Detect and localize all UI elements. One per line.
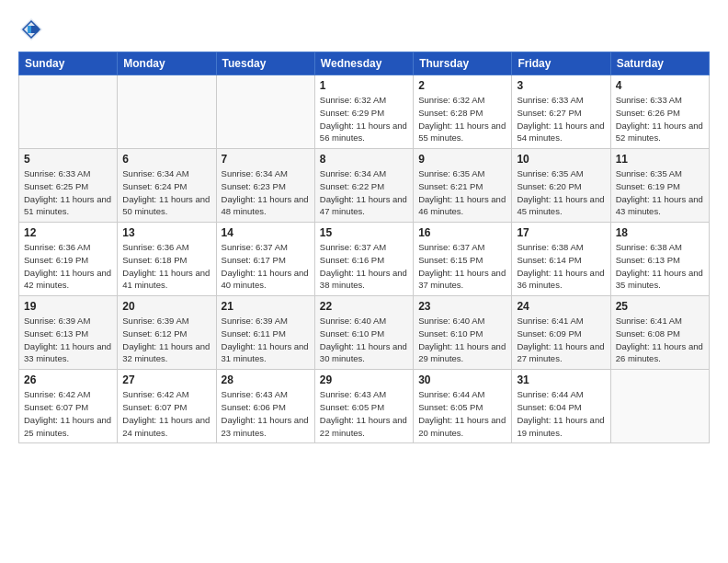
day-info: Sunrise: 6:39 AM Sunset: 6:11 PM Dayligh…	[222, 315, 310, 365]
day-number: 22	[320, 300, 408, 313]
day-number: 6	[122, 153, 210, 166]
day-number: 27	[122, 373, 210, 386]
day-number: 29	[320, 373, 408, 386]
calendar-day-22: 22Sunrise: 6:40 AM Sunset: 6:10 PM Dayli…	[314, 296, 413, 370]
calendar-day-7: 7Sunrise: 6:34 AM Sunset: 6:23 PM Daylig…	[216, 149, 314, 223]
day-number: 9	[418, 153, 506, 166]
day-info: Sunrise: 6:32 AM Sunset: 6:29 PM Dayligh…	[320, 94, 408, 144]
page: SundayMondayTuesdayWednesdayThursdayFrid…	[0, 0, 728, 563]
day-info: Sunrise: 6:39 AM Sunset: 6:13 PM Dayligh…	[24, 315, 112, 365]
day-info: Sunrise: 6:37 AM Sunset: 6:16 PM Dayligh…	[320, 241, 408, 292]
day-number: 28	[222, 373, 310, 386]
calendar-day-28: 28Sunrise: 6:43 AM Sunset: 6:06 PM Dayli…	[216, 370, 314, 443]
day-info: Sunrise: 6:38 AM Sunset: 6:13 PM Dayligh…	[616, 241, 704, 292]
day-info: Sunrise: 6:42 AM Sunset: 6:07 PM Dayligh…	[122, 388, 210, 439]
calendar-day-16: 16Sunrise: 6:37 AM Sunset: 6:15 PM Dayli…	[414, 223, 512, 296]
day-number: 12	[24, 226, 112, 239]
empty-day-cell	[610, 370, 709, 443]
day-number: 7	[222, 153, 310, 166]
empty-day-cell	[118, 75, 216, 149]
day-info: Sunrise: 6:32 AM Sunset: 6:28 PM Dayligh…	[418, 94, 506, 144]
calendar-day-8: 8Sunrise: 6:34 AM Sunset: 6:22 PM Daylig…	[314, 149, 413, 223]
logo-icon	[18, 17, 44, 42]
day-info: Sunrise: 6:37 AM Sunset: 6:15 PM Dayligh…	[418, 241, 506, 292]
day-number: 14	[222, 226, 310, 239]
calendar-week-row: 5Sunrise: 6:33 AM Sunset: 6:25 PM Daylig…	[19, 149, 710, 223]
day-number: 24	[517, 300, 605, 313]
weekday-header-friday: Friday	[512, 52, 610, 75]
day-number: 2	[418, 79, 506, 92]
day-info: Sunrise: 6:36 AM Sunset: 6:19 PM Dayligh…	[24, 241, 112, 292]
weekday-header-thursday: Thursday	[414, 52, 512, 75]
day-info: Sunrise: 6:40 AM Sunset: 6:10 PM Dayligh…	[418, 315, 506, 365]
day-info: Sunrise: 6:33 AM Sunset: 6:27 PM Dayligh…	[517, 94, 605, 144]
day-number: 13	[122, 226, 210, 239]
calendar-day-5: 5Sunrise: 6:33 AM Sunset: 6:25 PM Daylig…	[19, 149, 118, 223]
weekday-header-monday: Monday	[118, 52, 216, 75]
calendar-week-row: 26Sunrise: 6:42 AM Sunset: 6:07 PM Dayli…	[19, 370, 710, 443]
day-number: 31	[517, 373, 605, 386]
calendar-day-20: 20Sunrise: 6:39 AM Sunset: 6:12 PM Dayli…	[118, 296, 216, 370]
day-info: Sunrise: 6:43 AM Sunset: 6:06 PM Dayligh…	[222, 388, 310, 439]
day-info: Sunrise: 6:35 AM Sunset: 6:19 PM Dayligh…	[616, 167, 704, 218]
day-info: Sunrise: 6:41 AM Sunset: 6:08 PM Dayligh…	[616, 315, 704, 365]
day-info: Sunrise: 6:41 AM Sunset: 6:09 PM Dayligh…	[517, 315, 605, 365]
day-number: 17	[517, 226, 605, 239]
empty-day-cell	[216, 75, 314, 149]
calendar-day-27: 27Sunrise: 6:42 AM Sunset: 6:07 PM Dayli…	[118, 370, 216, 443]
empty-day-cell	[19, 75, 118, 149]
day-number: 20	[122, 300, 210, 313]
day-number: 3	[517, 79, 605, 92]
calendar-day-19: 19Sunrise: 6:39 AM Sunset: 6:13 PM Dayli…	[19, 296, 118, 370]
calendar-week-row: 1Sunrise: 6:32 AM Sunset: 6:29 PM Daylig…	[19, 75, 710, 149]
day-info: Sunrise: 6:43 AM Sunset: 6:05 PM Dayligh…	[320, 388, 408, 439]
day-number: 11	[616, 153, 704, 166]
day-info: Sunrise: 6:44 AM Sunset: 6:05 PM Dayligh…	[418, 388, 506, 439]
calendar-day-29: 29Sunrise: 6:43 AM Sunset: 6:05 PM Dayli…	[314, 370, 413, 443]
calendar-week-row: 19Sunrise: 6:39 AM Sunset: 6:13 PM Dayli…	[19, 296, 710, 370]
day-number: 23	[418, 300, 506, 313]
calendar-day-1: 1Sunrise: 6:32 AM Sunset: 6:29 PM Daylig…	[314, 75, 413, 149]
day-info: Sunrise: 6:37 AM Sunset: 6:17 PM Dayligh…	[222, 241, 310, 292]
day-info: Sunrise: 6:34 AM Sunset: 6:23 PM Dayligh…	[222, 167, 310, 218]
day-info: Sunrise: 6:44 AM Sunset: 6:04 PM Dayligh…	[517, 388, 605, 439]
weekday-header-row: SundayMondayTuesdayWednesdayThursdayFrid…	[19, 52, 710, 75]
header	[18, 17, 710, 42]
day-number: 26	[24, 373, 112, 386]
calendar-day-24: 24Sunrise: 6:41 AM Sunset: 6:09 PM Dayli…	[512, 296, 610, 370]
day-number: 10	[517, 153, 605, 166]
calendar-day-25: 25Sunrise: 6:41 AM Sunset: 6:08 PM Dayli…	[610, 296, 709, 370]
day-number: 15	[320, 226, 408, 239]
day-number: 1	[320, 79, 408, 92]
day-info: Sunrise: 6:34 AM Sunset: 6:24 PM Dayligh…	[122, 167, 210, 218]
day-number: 21	[222, 300, 310, 313]
day-info: Sunrise: 6:39 AM Sunset: 6:12 PM Dayligh…	[122, 315, 210, 365]
calendar-day-4: 4Sunrise: 6:33 AM Sunset: 6:26 PM Daylig…	[610, 75, 709, 149]
day-info: Sunrise: 6:40 AM Sunset: 6:10 PM Dayligh…	[320, 315, 408, 365]
calendar-day-2: 2Sunrise: 6:32 AM Sunset: 6:28 PM Daylig…	[414, 75, 512, 149]
calendar-day-18: 18Sunrise: 6:38 AM Sunset: 6:13 PM Dayli…	[610, 223, 709, 296]
day-number: 16	[418, 226, 506, 239]
calendar-day-13: 13Sunrise: 6:36 AM Sunset: 6:18 PM Dayli…	[118, 223, 216, 296]
calendar-day-10: 10Sunrise: 6:35 AM Sunset: 6:20 PM Dayli…	[512, 149, 610, 223]
day-info: Sunrise: 6:38 AM Sunset: 6:14 PM Dayligh…	[517, 241, 605, 292]
weekday-header-sunday: Sunday	[19, 52, 118, 75]
calendar-day-31: 31Sunrise: 6:44 AM Sunset: 6:04 PM Dayli…	[512, 370, 610, 443]
day-info: Sunrise: 6:35 AM Sunset: 6:21 PM Dayligh…	[418, 167, 506, 218]
calendar-day-21: 21Sunrise: 6:39 AM Sunset: 6:11 PM Dayli…	[216, 296, 314, 370]
day-info: Sunrise: 6:33 AM Sunset: 6:25 PM Dayligh…	[24, 167, 112, 218]
day-number: 25	[616, 300, 704, 313]
calendar-week-row: 12Sunrise: 6:36 AM Sunset: 6:19 PM Dayli…	[19, 223, 710, 296]
calendar-day-3: 3Sunrise: 6:33 AM Sunset: 6:27 PM Daylig…	[512, 75, 610, 149]
calendar-day-30: 30Sunrise: 6:44 AM Sunset: 6:05 PM Dayli…	[414, 370, 512, 443]
calendar-day-17: 17Sunrise: 6:38 AM Sunset: 6:14 PM Dayli…	[512, 223, 610, 296]
day-info: Sunrise: 6:33 AM Sunset: 6:26 PM Dayligh…	[616, 94, 704, 144]
calendar-table: SundayMondayTuesdayWednesdayThursdayFrid…	[18, 52, 710, 443]
logo	[18, 17, 48, 42]
day-info: Sunrise: 6:42 AM Sunset: 6:07 PM Dayligh…	[24, 388, 112, 439]
day-info: Sunrise: 6:34 AM Sunset: 6:22 PM Dayligh…	[320, 167, 408, 218]
day-number: 19	[24, 300, 112, 313]
day-info: Sunrise: 6:35 AM Sunset: 6:20 PM Dayligh…	[517, 167, 605, 218]
calendar-day-6: 6Sunrise: 6:34 AM Sunset: 6:24 PM Daylig…	[118, 149, 216, 223]
day-number: 4	[616, 79, 704, 92]
